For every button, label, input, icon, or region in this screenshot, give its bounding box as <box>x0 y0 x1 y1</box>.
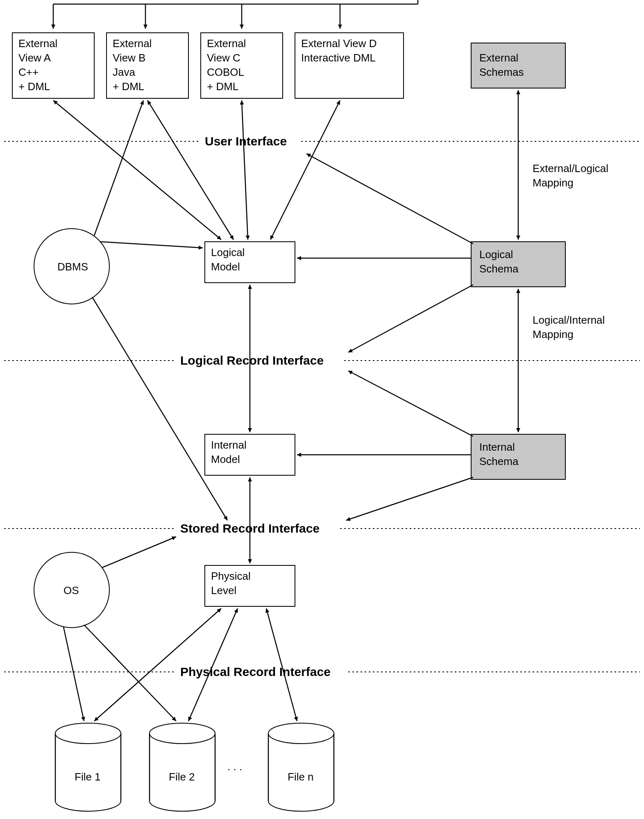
logical-model-l2: Model <box>211 261 240 273</box>
svg-point-28 <box>268 723 334 744</box>
view-c-l1: External <box>207 37 246 50</box>
svg-point-23 <box>150 723 215 744</box>
view-c-l3: COBOL <box>207 66 244 78</box>
svg-line-33 <box>100 242 203 248</box>
logical-schema-l1: Logical <box>479 248 513 261</box>
ext-log-map-l1: External/Logical <box>533 162 608 175</box>
internal-model-l2: Model <box>211 453 240 465</box>
file-1-label: File 1 <box>75 771 101 783</box>
ext-log-map-l2: Mapping <box>533 177 574 189</box>
view-b-l3: Java <box>113 66 135 78</box>
view-a-l2: View A <box>18 52 51 64</box>
svg-line-38 <box>348 285 473 352</box>
view-d-l1: External View D <box>301 37 377 50</box>
view-c-l2: View C <box>207 52 240 64</box>
view-c-l4: + DML <box>207 80 238 93</box>
file-n-label: File n <box>288 771 314 783</box>
os-label: OS <box>63 584 79 597</box>
svg-line-29 <box>53 100 221 240</box>
view-a-l4: + DML <box>18 80 50 93</box>
view-b-l1: External <box>113 37 152 50</box>
svg-line-31 <box>242 100 248 240</box>
ext-schemas-l2: Schemas <box>479 66 524 78</box>
internal-model-l1: Internal <box>211 439 247 451</box>
svg-line-46 <box>102 537 176 567</box>
ext-schemas-l1: External <box>479 52 518 64</box>
external-schemas-box <box>471 43 565 88</box>
file-n-cylinder: File n <box>268 723 334 811</box>
physical-level-l1: Physical <box>211 570 251 582</box>
svg-line-43 <box>348 371 473 436</box>
view-d-l2: Interactive DML <box>301 52 376 64</box>
view-b-l2: View B <box>113 52 145 64</box>
view-a-l3: C++ <box>18 66 39 78</box>
svg-line-35 <box>92 297 227 520</box>
file-1-cylinder: File 1 <box>55 723 121 811</box>
logical-record-interface-label: Logical Record Interface <box>180 354 324 367</box>
file-2-cylinder: File 2 <box>150 723 215 811</box>
view-a-l1: External <box>18 37 57 50</box>
file-2-label: File 2 <box>169 771 195 783</box>
svg-point-18 <box>55 723 121 744</box>
dbms-label: DBMS <box>57 261 88 273</box>
physical-level-l2: Level <box>211 584 236 597</box>
log-int-map-l1: Logical/Internal <box>533 314 605 326</box>
svg-line-48 <box>63 627 84 721</box>
user-interface-label: User Interface <box>205 134 287 148</box>
log-int-map-l2: Mapping <box>533 328 574 340</box>
svg-line-37 <box>306 154 473 244</box>
svg-line-47 <box>84 625 176 721</box>
svg-line-30 <box>147 100 234 240</box>
files-ellipsis: . . . <box>227 760 242 773</box>
logical-schema-l2: Schema <box>479 263 519 275</box>
internal-schema-l1: Internal <box>479 441 515 453</box>
view-b-l4: + DML <box>113 80 144 93</box>
svg-line-44 <box>346 477 473 520</box>
physical-record-interface-label: Physical Record Interface <box>180 665 331 678</box>
internal-schema-l2: Schema <box>479 455 519 467</box>
svg-line-32 <box>270 100 340 240</box>
logical-model-l1: Logical <box>211 246 245 259</box>
svg-line-34 <box>94 100 143 236</box>
